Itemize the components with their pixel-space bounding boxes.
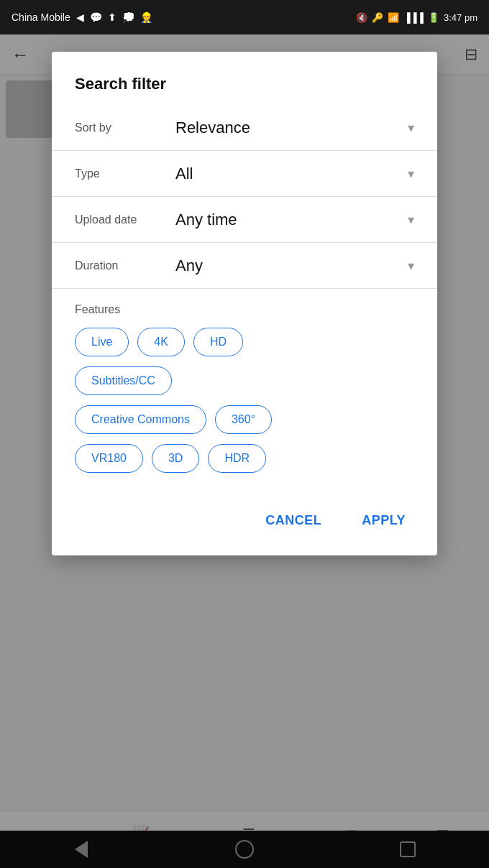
- chat-icon: 💭: [122, 11, 134, 23]
- chip-hd[interactable]: HD: [193, 328, 243, 356]
- upload-date-value: Any time: [175, 211, 237, 229]
- chip-vr180[interactable]: VR180: [75, 444, 143, 473]
- duration-label: Duration: [75, 259, 175, 272]
- features-title: Features: [75, 303, 414, 316]
- dialog-title: Search filter: [52, 52, 437, 105]
- chip-creative-commons[interactable]: Creative Commons: [75, 405, 206, 434]
- type-value-wrap: All ▾: [175, 165, 414, 183]
- chips-row-4: VR180 3D HDR: [75, 444, 414, 473]
- upload-date-dropdown-icon: ▾: [408, 212, 414, 228]
- wifi-icon: 📶: [388, 12, 399, 23]
- mute-icon: 🔇: [356, 12, 367, 23]
- sort-by-dropdown-icon: ▾: [408, 120, 414, 136]
- features-section: Features Live 4K HD Subtitles/CC Creativ…: [52, 289, 437, 494]
- upload-date-value-wrap: Any time ▾: [175, 211, 414, 229]
- status-left: China Mobile ◀ 💬 ⬆ 💭 👷: [12, 11, 152, 23]
- chip-3d[interactable]: 3D: [152, 444, 199, 473]
- type-dropdown-icon: ▾: [408, 166, 414, 182]
- apply-button[interactable]: APPLY: [347, 503, 420, 538]
- duration-dropdown-icon: ▾: [408, 258, 414, 274]
- time-display: 3:47 pm: [444, 12, 477, 23]
- chip-live[interactable]: Live: [75, 328, 129, 356]
- chip-hdr[interactable]: HDR: [208, 444, 266, 473]
- chips-row-3: Creative Commons 360°: [75, 405, 414, 434]
- data-icon: ⬆: [108, 11, 116, 23]
- sort-by-row[interactable]: Sort by Relevance ▾: [52, 105, 437, 151]
- vpn-icon: 🔑: [372, 12, 383, 23]
- upload-date-label: Upload date: [75, 213, 175, 226]
- signal-bars-icon: ▐▐▐: [403, 12, 424, 23]
- cancel-button[interactable]: CANCEL: [251, 503, 336, 538]
- duration-row[interactable]: Duration Any ▾: [52, 243, 437, 289]
- chip-360[interactable]: 360°: [215, 405, 272, 434]
- sort-by-label: Sort by: [75, 121, 175, 134]
- chips-row-1: Live 4K HD: [75, 328, 414, 356]
- duration-value: Any: [175, 257, 203, 275]
- upload-date-row[interactable]: Upload date Any time ▾: [52, 197, 437, 243]
- sort-by-value-wrap: Relevance ▾: [175, 119, 414, 137]
- battery-icon: 🔋: [428, 12, 439, 23]
- avatar-icon: 👷: [140, 11, 152, 23]
- type-value: All: [175, 165, 193, 183]
- dialog-actions: CANCEL APPLY: [52, 494, 437, 555]
- status-bar: China Mobile ◀ 💬 ⬆ 💭 👷 🔇 🔑 📶 ▐▐▐ 🔋 3:47 …: [0, 0, 489, 34]
- chips-row-2: Subtitles/CC: [75, 366, 414, 395]
- message-icon: 💬: [90, 11, 102, 23]
- duration-value-wrap: Any ▾: [175, 257, 414, 275]
- chip-subtitles[interactable]: Subtitles/CC: [75, 366, 172, 395]
- search-filter-dialog: Search filter Sort by Relevance ▾ Type A…: [52, 52, 437, 555]
- signal-icon: ◀: [76, 11, 84, 23]
- type-row[interactable]: Type All ▾: [52, 151, 437, 197]
- carrier-name: China Mobile: [12, 11, 70, 23]
- type-label: Type: [75, 167, 175, 180]
- chip-4k[interactable]: 4K: [137, 328, 185, 356]
- sort-by-value: Relevance: [175, 119, 250, 137]
- status-right: 🔇 🔑 📶 ▐▐▐ 🔋 3:47 pm: [356, 12, 477, 23]
